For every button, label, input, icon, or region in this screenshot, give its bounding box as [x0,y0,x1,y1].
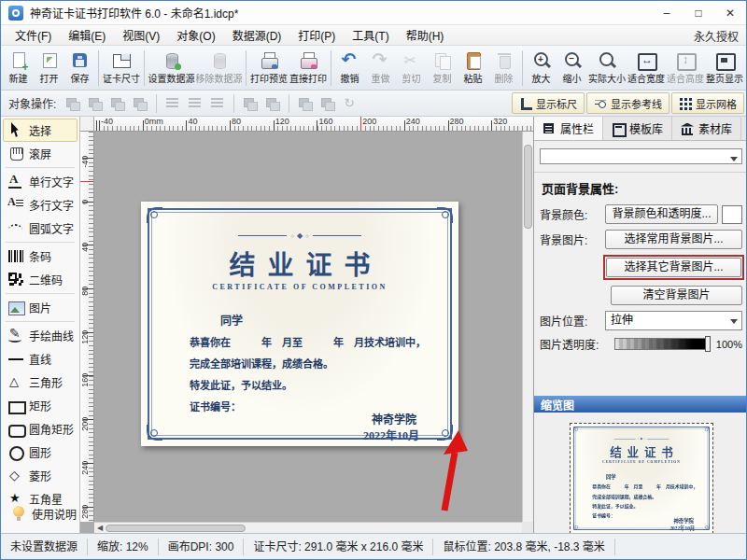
tool-line[interactable]: 直线 [3,347,78,371]
distribute-button[interactable] [263,95,282,112]
image-alpha-slider[interactable] [614,338,711,350]
toolbar-separator [233,94,234,113]
rectangle-icon [7,398,25,413]
tool-rounded-rect[interactable]: 圆角矩形 [3,417,78,441]
tool-rect[interactable]: 矩形 [3,394,78,417]
thumbnail-header: 缩览图 [534,396,747,413]
toolbar-separator [289,94,289,113]
zoom-in-icon [531,51,552,70]
remove-datasource-button[interactable]: 移除数据源 [195,48,243,89]
tab-templates[interactable]: 模板库 [603,117,672,140]
show-grid-toggle[interactable]: 显示网格 [671,92,744,114]
chevron-down-icon [730,157,738,161]
object-selector-dropdown[interactable] [540,148,742,164]
print-preview-icon [259,51,279,70]
tool-pan[interactable]: 滚屏 [3,142,78,165]
tool-multi-text[interactable]: 多行文字 [3,193,78,217]
image-position-dropdown[interactable]: 拉伸 [605,311,742,330]
design-canvas[interactable]: ○◆○ 结业证书 CERTIFICATE OF COMPLETION 同学 恭喜… [94,132,522,522]
annotation-arrow-icon [430,428,473,514]
circle-icon [7,444,25,460]
zoom-in-button[interactable]: 放大 [526,48,557,89]
toolbar-separator [156,94,157,113]
tab-properties[interactable]: 属性栏 [534,117,603,140]
minimize-button[interactable]: – [651,1,683,24]
rotate-button[interactable] [341,95,359,112]
menu-item[interactable]: 打印(P) [289,27,344,43]
fit-height-button[interactable]: 适合高度 [666,48,705,89]
certificate-issuer: 神奇学院 [372,411,416,427]
certificate-title: 结业证书 [141,245,458,282]
ungroup-button[interactable] [318,95,337,112]
menu-item[interactable]: 数据源(D) [224,27,290,43]
delete-button[interactable]: 删除 [488,48,519,89]
menu-item[interactable]: 文件(F) [7,27,60,43]
print-preview-button[interactable]: 打印预览 [249,48,289,89]
maximize-button[interactable]: □ [683,1,714,24]
align-center-button[interactable] [186,95,204,112]
horizontal-scrollbar[interactable]: ◀ [94,522,522,533]
ruler-label: 0 [80,200,93,244]
align-right-button[interactable] [208,95,227,112]
scroll-left-icon[interactable]: ◀ [94,524,106,532]
tool-circle[interactable]: 圆形 [3,441,78,464]
tool-qrcode[interactable]: 二维码 [3,268,78,291]
show-guides-toggle[interactable]: 显示参考线 [586,92,669,114]
copy-button[interactable]: 复制 [427,48,458,89]
send-to-back-button[interactable] [86,95,105,112]
same-size-button[interactable] [241,95,260,112]
direct-print-button[interactable]: 直接打印 [289,48,328,89]
vertical-scrollbar[interactable] [522,132,533,522]
menu-item[interactable]: 对象(O) [168,27,223,43]
menu-item[interactable]: 视图(V) [114,27,168,43]
undo-button[interactable]: 撤销 [334,48,365,89]
pencil-icon [7,328,25,343]
help-button[interactable]: 使用说明 [6,502,80,525]
send-backward-button[interactable] [131,95,149,112]
scrollbar-thumb[interactable] [106,525,246,532]
new-button[interactable]: 新建 [3,48,34,89]
ruler-label: 120 [80,330,93,374]
tool-diamond[interactable]: 菱形 [3,464,78,487]
ruler-label: 0mm [143,117,187,126]
menu-item[interactable]: 编辑(E) [60,27,114,43]
certificate-page[interactable]: ○◆○ 结业证书 CERTIFICATE OF COMPLETION 同学 恭喜… [141,202,458,446]
fit-width-button[interactable]: 适合宽度 [627,48,666,89]
show-ruler-toggle[interactable]: 显示标尺 [512,92,585,114]
save-button[interactable]: 保存 [64,48,95,89]
open-button[interactable]: 打开 [34,48,64,89]
tool-select[interactable]: 选择 [3,119,78,142]
bg-color-button[interactable]: 背景颜色和透明度... [605,204,718,224]
align-left-button[interactable] [163,95,182,112]
sidebar-separator [6,167,75,168]
bg-color-swatch [722,205,742,224]
thumbnail-preview: ○◆○ 结业证书 CERTIFICATE OF COMPLETION 同学 恭喜… [571,424,712,533]
close-button[interactable]: ✕ [714,1,746,24]
set-datasource-button[interactable]: 设置数据源 [148,48,195,89]
tool-image[interactable]: 图片 [3,296,78,319]
single-line-text-icon [7,174,25,189]
slider-handle[interactable] [705,336,711,352]
redo-button[interactable]: 重做 [365,48,396,89]
cut-button[interactable]: 剪切 [396,48,427,89]
clear-bg-button[interactable]: 清空背景图片 [611,286,742,305]
tool-arc-text[interactable]: 圆弧文字 [3,217,78,240]
group-button[interactable] [296,95,315,112]
tool-triangle[interactable]: 三角形 [3,371,78,394]
paste-button[interactable]: 粘贴 [458,48,488,89]
annotation-highlight-box: 选择其它背景图片... [603,255,744,280]
card-size-button[interactable]: 证卡尺寸 [102,48,141,89]
select-other-bg-button[interactable]: 选择其它背景图片... [606,258,741,277]
zoom-out-button[interactable]: 缩小 [557,48,587,89]
menu-item[interactable]: 工具(T) [344,27,397,43]
menu-item[interactable]: 帮助(H) [398,27,453,43]
tool-curve[interactable]: 手绘曲线 [3,324,78,347]
fit-page-button[interactable]: 整页显示 [705,48,744,89]
tool-barcode[interactable]: 条码 [3,245,78,268]
bring-forward-button[interactable] [108,95,127,112]
actual-size-button[interactable]: 实际大小 [587,48,627,89]
bring-to-front-button[interactable] [63,95,82,112]
tab-materials[interactable]: 素材库 [672,117,741,140]
tool-single-text[interactable]: 单行文字 [3,170,78,193]
select-common-bg-button[interactable]: 选择常用背景图片... [605,230,742,249]
